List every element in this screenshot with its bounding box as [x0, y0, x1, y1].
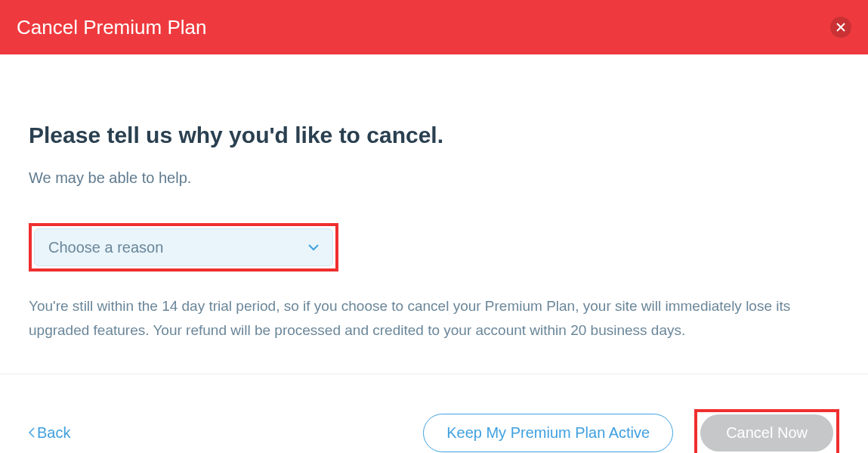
- cancel-now-highlight: Cancel Now: [694, 409, 839, 453]
- dialog-footer: Back Keep My Premium Plan Active Cancel …: [0, 374, 868, 453]
- close-icon: [836, 23, 845, 32]
- reason-select-label: Choose a reason: [48, 239, 163, 256]
- cancel-now-button[interactable]: Cancel Now: [700, 414, 833, 451]
- back-link-label: Back: [37, 424, 70, 442]
- reason-select[interactable]: Choose a reason: [34, 228, 333, 266]
- content-heading: Please tell us why you'd like to cancel.: [29, 123, 839, 148]
- reason-select-highlight: Choose a reason: [29, 223, 338, 271]
- content-subheading: We may be able to help.: [29, 169, 839, 187]
- cancel-dialog: Cancel Premium Plan Please tell us why y…: [0, 0, 868, 453]
- back-link[interactable]: Back: [29, 424, 70, 442]
- dialog-header: Cancel Premium Plan: [0, 0, 868, 54]
- keep-active-button[interactable]: Keep My Premium Plan Active: [423, 414, 673, 452]
- chevron-down-icon: [308, 244, 319, 251]
- dialog-content: Please tell us why you'd like to cancel.…: [0, 54, 868, 374]
- dialog-title: Cancel Premium Plan: [17, 16, 206, 39]
- info-text: You're still within the 14 day trial per…: [29, 294, 837, 343]
- chevron-left-icon: [29, 427, 36, 438]
- footer-buttons: Keep My Premium Plan Active Cancel Now: [423, 409, 839, 453]
- close-button[interactable]: [830, 17, 851, 38]
